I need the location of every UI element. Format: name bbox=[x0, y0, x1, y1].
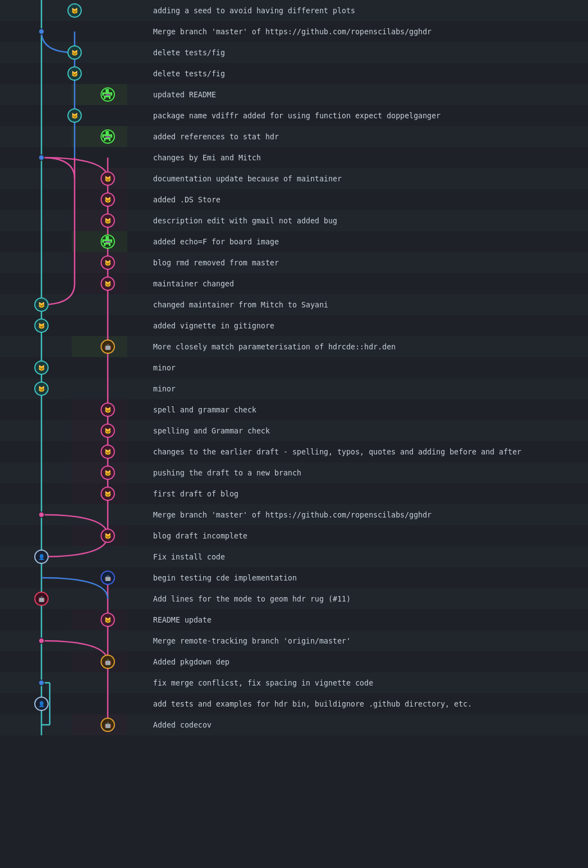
graph-area bbox=[0, 525, 146, 546]
commit-row[interactable]: blog draft incomplete bbox=[0, 525, 588, 546]
commit-row[interactable]: documentation update because of maintain… bbox=[0, 168, 588, 189]
commit-message: added vignette in gitignore bbox=[146, 321, 588, 330]
commit-row[interactable]: added vignette in gitignore bbox=[0, 315, 588, 336]
commit-message: add tests and examples for hdr_bin, buil… bbox=[146, 699, 588, 708]
commit-row[interactable]: maintainer changed bbox=[0, 273, 588, 294]
graph-area bbox=[0, 399, 146, 420]
graph-area bbox=[0, 189, 146, 210]
graph-area bbox=[0, 210, 146, 231]
commit-row[interactable]: changes by Emi and Mitch bbox=[0, 147, 588, 168]
graph-area bbox=[0, 63, 146, 84]
commit-message: delete tests/fig bbox=[146, 48, 588, 57]
commit-message: pushing the draft to a new branch bbox=[146, 468, 588, 477]
commit-row[interactable]: adding a seed to avoid having different … bbox=[0, 0, 588, 21]
commit-message: delete tests/fig bbox=[146, 69, 588, 78]
commit-message: changes by Emi and Mitch bbox=[146, 153, 588, 162]
commit-row[interactable]: fix merge conflicst, fix spacing in vign… bbox=[0, 672, 588, 693]
graph-area bbox=[0, 126, 146, 147]
commit-message: description edit with gmail not added bu… bbox=[146, 216, 588, 225]
commit-row[interactable]: More closely match parameterisation of h… bbox=[0, 336, 588, 357]
commit-message: Add lines for the mode to geom_hdr_rug (… bbox=[146, 594, 588, 603]
commit-message: spelling and Grammar check bbox=[146, 426, 588, 435]
graph-area bbox=[0, 84, 146, 105]
commit-message: first draft of blog bbox=[146, 489, 588, 498]
graph-area bbox=[0, 504, 146, 525]
graph-area bbox=[0, 567, 146, 588]
commit-message: maintainer changed bbox=[146, 279, 588, 288]
graph-area bbox=[0, 231, 146, 252]
commit-row[interactable]: blog rmd removed from master bbox=[0, 252, 588, 273]
graph-area bbox=[0, 42, 146, 63]
commit-row[interactable]: Added codecov bbox=[0, 714, 588, 735]
commit-message: spell and grammar check bbox=[146, 405, 588, 414]
commit-row[interactable]: Merge remote-tracking branch 'origin/mas… bbox=[0, 630, 588, 651]
graph-area bbox=[0, 714, 146, 735]
graph-area bbox=[0, 315, 146, 336]
commit-message: blog draft incomplete bbox=[146, 531, 588, 540]
commit-row[interactable]: begin testing cde implementation bbox=[0, 567, 588, 588]
commit-row[interactable]: changes to the earlier draft - spelling,… bbox=[0, 441, 588, 462]
commit-message: package name vdiffr added for using func… bbox=[146, 111, 588, 120]
commit-row[interactable]: minor bbox=[0, 357, 588, 378]
commit-row[interactable]: add tests and examples for hdr_bin, buil… bbox=[0, 693, 588, 714]
commit-row[interactable]: delete tests/fig bbox=[0, 63, 588, 84]
graph-area bbox=[0, 483, 146, 504]
graph-area bbox=[0, 462, 146, 483]
graph-area bbox=[0, 651, 146, 672]
graph-area bbox=[0, 336, 146, 357]
commit-message: More closely match parameterisation of h… bbox=[146, 342, 588, 351]
commit-row[interactable]: added .DS_Store bbox=[0, 189, 588, 210]
commit-message: updated README bbox=[146, 90, 588, 99]
commit-row[interactable]: Merge branch 'master' of https://github.… bbox=[0, 504, 588, 525]
graph-area bbox=[0, 294, 146, 315]
graph-area bbox=[0, 546, 146, 567]
commit-row[interactable]: changed maintainer from Mitch to Sayani bbox=[0, 294, 588, 315]
git-graph-container: 🐱🐱🐱👾🐱👾🐱🐱🐱👾🐱🐱🐱🐱🤖🐱🐱🐱🐱🐱🐱🐱🐱👤🤖🤖🐱🤖👤🤖 adding a … bbox=[0, 0, 588, 735]
commit-message: Added pkgdown dep bbox=[146, 657, 588, 666]
commit-row[interactable]: Added pkgdown dep bbox=[0, 651, 588, 672]
commit-row[interactable]: Merge branch 'master' of https://github.… bbox=[0, 21, 588, 42]
graph-area bbox=[0, 357, 146, 378]
commit-row[interactable]: Fix install code bbox=[0, 546, 588, 567]
commit-row[interactable]: description edit with gmail not added bu… bbox=[0, 210, 588, 231]
graph-area bbox=[0, 0, 146, 21]
commit-list: adding a seed to avoid having different … bbox=[0, 0, 588, 735]
commit-row[interactable]: updated README bbox=[0, 84, 588, 105]
commit-row[interactable]: spell and grammar check bbox=[0, 399, 588, 420]
commit-message: README update bbox=[146, 615, 588, 624]
graph-area bbox=[0, 105, 146, 126]
commit-row[interactable]: README update bbox=[0, 609, 588, 630]
commit-message: documentation update because of maintain… bbox=[146, 174, 588, 183]
commit-message: minor bbox=[146, 384, 588, 393]
graph-area bbox=[0, 588, 146, 609]
commit-message: added .DS_Store bbox=[146, 195, 588, 204]
commit-row[interactable]: pushing the draft to a new branch bbox=[0, 462, 588, 483]
graph-area bbox=[0, 672, 146, 693]
graph-area bbox=[0, 21, 146, 42]
commit-row[interactable]: added echo=F for board image bbox=[0, 231, 588, 252]
commit-message: changes to the earlier draft - spelling,… bbox=[146, 447, 588, 456]
graph-area bbox=[0, 630, 146, 651]
commit-row[interactable]: spelling and Grammar check bbox=[0, 420, 588, 441]
graph-area bbox=[0, 441, 146, 462]
commit-message: added references to stat_hdr bbox=[146, 132, 588, 141]
commit-message: adding a seed to avoid having different … bbox=[146, 6, 588, 15]
commit-row[interactable]: package name vdiffr added for using func… bbox=[0, 105, 588, 126]
commit-row[interactable]: added references to stat_hdr bbox=[0, 126, 588, 147]
commit-message: minor bbox=[146, 363, 588, 372]
commit-message: begin testing cde implementation bbox=[146, 573, 588, 582]
commit-message: Added codecov bbox=[146, 720, 588, 729]
commit-row[interactable]: first draft of blog bbox=[0, 483, 588, 504]
commit-message: Merge branch 'master' of https://github.… bbox=[146, 510, 588, 519]
commit-row[interactable]: Add lines for the mode to geom_hdr_rug (… bbox=[0, 588, 588, 609]
graph-area bbox=[0, 147, 146, 168]
graph-area bbox=[0, 378, 146, 399]
commit-row[interactable]: delete tests/fig bbox=[0, 42, 588, 63]
commit-row[interactable]: minor bbox=[0, 378, 588, 399]
commit-message: blog rmd removed from master bbox=[146, 258, 588, 267]
commit-message: Fix install code bbox=[146, 552, 588, 561]
graph-area bbox=[0, 420, 146, 441]
graph-area bbox=[0, 273, 146, 294]
commit-message: fix merge conflicst, fix spacing in vign… bbox=[146, 678, 588, 687]
graph-area bbox=[0, 693, 146, 714]
